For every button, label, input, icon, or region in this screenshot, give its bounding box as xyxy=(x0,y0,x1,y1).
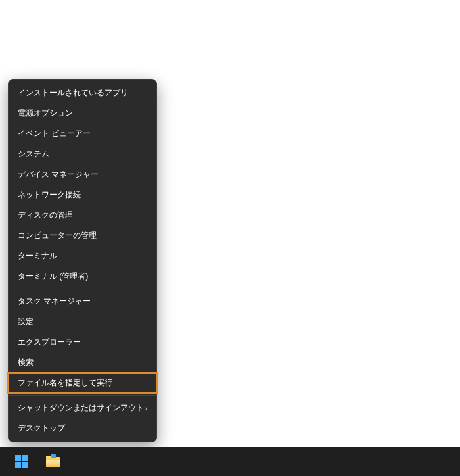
menu-separator xyxy=(9,395,156,396)
menu-label: エクスプローラー xyxy=(18,337,81,348)
menu-item-device-manager[interactable]: デバイス マネージャー xyxy=(9,164,156,185)
menu-label: シャットダウンまたはサインアウト xyxy=(18,402,144,414)
menu-item-desktop[interactable]: デスクトップ xyxy=(9,418,156,439)
menu-label: ファイル名を指定して実行 xyxy=(18,377,112,389)
menu-label: インストールされているアプリ xyxy=(18,87,128,99)
winx-context-menu: インストールされているアプリ 電源オプション イベント ビューアー システム デ… xyxy=(8,79,157,442)
menu-item-installed-apps[interactable]: インストールされているアプリ xyxy=(9,83,156,103)
menu-item-settings[interactable]: 設定 xyxy=(9,312,156,332)
menu-label: ターミナル (管理者) xyxy=(18,271,88,282)
menu-item-computer-management[interactable]: コンピューターの管理 xyxy=(9,226,156,246)
menu-label: ネットワーク接続 xyxy=(18,189,81,201)
menu-item-task-manager[interactable]: タスク マネージャー xyxy=(9,291,156,312)
menu-label: システム xyxy=(18,149,49,160)
windows-logo-icon xyxy=(15,455,28,468)
menu-label: デスクトップ xyxy=(18,423,65,434)
start-button[interactable] xyxy=(9,449,34,474)
menu-item-network-connections[interactable]: ネットワーク接続 xyxy=(9,185,156,205)
taskbar-file-explorer-button[interactable] xyxy=(41,449,66,474)
menu-label: ディスクの管理 xyxy=(18,210,73,221)
menu-label: ターミナル xyxy=(18,250,57,262)
menu-label: デバイス マネージャー xyxy=(18,169,99,180)
menu-label: タスク マネージャー xyxy=(18,296,91,307)
menu-item-power-options[interactable]: 電源オプション xyxy=(9,103,156,124)
menu-label: イベント ビューアー xyxy=(18,128,91,139)
menu-separator xyxy=(9,289,156,289)
menu-label: 設定 xyxy=(18,316,34,327)
menu-item-shutdown-signout[interactable]: シャットダウンまたはサインアウト › xyxy=(9,398,156,418)
chevron-right-icon: › xyxy=(145,404,147,412)
menu-item-system[interactable]: システム xyxy=(9,144,156,164)
menu-item-disk-management[interactable]: ディスクの管理 xyxy=(9,205,156,226)
menu-label: コンピューターの管理 xyxy=(18,230,97,241)
menu-item-terminal-admin[interactable]: ターミナル (管理者) xyxy=(9,266,156,287)
menu-label: 電源オプション xyxy=(18,108,73,119)
desktop-area[interactable]: インストールされているアプリ 電源オプション イベント ビューアー システム デ… xyxy=(0,0,460,447)
menu-label: 検索 xyxy=(18,357,34,368)
menu-item-run[interactable]: ファイル名を指定して実行 xyxy=(9,373,156,393)
menu-item-explorer[interactable]: エクスプローラー xyxy=(9,332,156,352)
menu-item-search[interactable]: 検索 xyxy=(9,352,156,373)
folder-icon xyxy=(46,456,60,467)
menu-item-terminal[interactable]: ターミナル xyxy=(9,246,156,266)
taskbar xyxy=(0,447,460,476)
menu-item-event-viewer[interactable]: イベント ビューアー xyxy=(9,124,156,144)
